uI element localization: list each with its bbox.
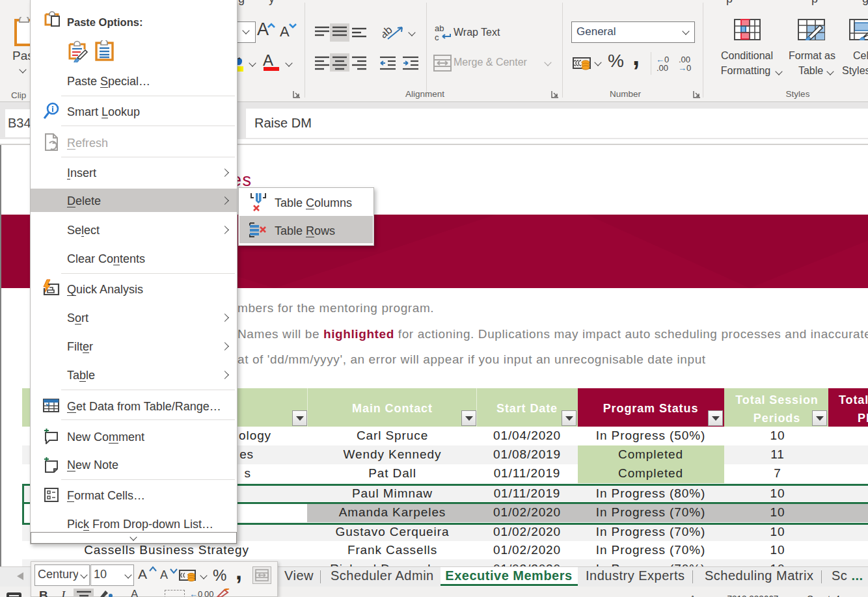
svg-text:ab: ab [435,23,444,33]
svg-text:c: c [435,33,439,42]
